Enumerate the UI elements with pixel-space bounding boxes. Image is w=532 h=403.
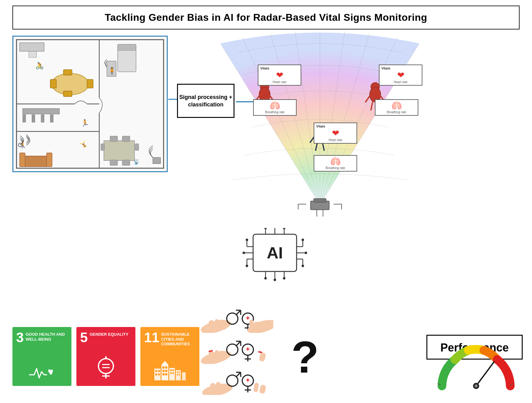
lung-icon-tr: 🫁 — [377, 101, 416, 110]
svg-rect-124 — [162, 373, 165, 375]
svg-point-82 — [243, 252, 245, 254]
svg-text:🏃: 🏃 — [81, 119, 89, 127]
svg-rect-184 — [253, 383, 259, 392]
svg-text:🧍: 🧍 — [108, 67, 116, 75]
gender-hands-3 — [199, 368, 273, 395]
sdg-3-header: 3 GOOD HEALTH AND WELL-BEING — [16, 331, 68, 344]
svg-point-187 — [475, 384, 478, 387]
svg-line-185 — [476, 362, 494, 386]
heart-icon-tl: ❤ — [260, 71, 299, 80]
vitals-label-tl: Vitals — [260, 66, 299, 70]
svg-point-88 — [302, 239, 304, 241]
sdg-3-number: 3 — [16, 331, 24, 344]
sdg-3-icon — [28, 364, 56, 381]
svg-rect-33 — [101, 144, 105, 150]
svg-point-104 — [283, 228, 285, 229]
breath-rate-label-tl: Breathing rate — [256, 110, 294, 114]
svg-rect-12 — [63, 70, 72, 75]
heart-icon-tr: ❤ — [381, 71, 420, 80]
svg-rect-32 — [122, 160, 130, 166]
svg-rect-116 — [158, 370, 160, 372]
svg-rect-29 — [110, 136, 118, 142]
heart-rate-label-tr: Heart rate — [381, 80, 420, 84]
svg-point-90 — [305, 252, 307, 254]
vitals-label-tr: Vitals — [381, 66, 420, 70]
svg-rect-127 — [169, 368, 175, 380]
svg-rect-115 — [155, 370, 157, 372]
svg-point-80 — [246, 239, 248, 241]
svg-rect-130 — [170, 372, 172, 374]
heart-rate-label-mid: Heart rate — [316, 138, 355, 142]
svg-rect-24 — [23, 115, 26, 123]
svg-rect-117 — [155, 374, 157, 375]
lung-icon-tl: 🫁 — [256, 101, 294, 110]
vitals-card-tr-heart: Vitals ❤ Heart rate — [379, 65, 422, 86]
svg-rect-135 — [177, 374, 178, 375]
svg-rect-123 — [165, 370, 167, 372]
gauge-area — [433, 343, 520, 392]
svg-rect-11 — [87, 79, 93, 88]
gender-hands-1 — [199, 306, 273, 333]
svg-rect-137 — [182, 372, 186, 380]
sdg-5-header: 5 GENDER EQUALITY — [80, 331, 132, 344]
svg-point-93 — [302, 265, 304, 267]
svg-point-95 — [264, 277, 267, 280]
svg-text:🤸: 🤸 — [79, 140, 88, 149]
svg-rect-23 — [23, 109, 59, 114]
heart-icon-mid: ❤ — [316, 129, 355, 138]
vitals-card-mid-breath: 🫁 Breathing rate — [314, 155, 357, 172]
vitals-label-mid: Vitals — [316, 124, 355, 128]
vitals-card-mid-heart: Vitals ❤ Heart rate — [314, 123, 357, 144]
svg-rect-30 — [122, 136, 130, 142]
svg-text:🚴: 🚴 — [35, 61, 44, 70]
svg-line-161 — [236, 341, 241, 346]
sdg-11-header: 11 SUSTAINABLE CITIES AND COMMUNITIES — [144, 331, 196, 347]
sdg-11-number: 11 — [144, 331, 159, 344]
svg-rect-131 — [172, 372, 174, 374]
sdg-5-number: 5 — [80, 331, 88, 344]
vitals-card-tl-heart: Vitals ❤ Heart rate — [258, 65, 301, 86]
svg-point-107 — [98, 359, 113, 374]
gender-area — [193, 304, 280, 397]
svg-rect-15 — [29, 51, 37, 57]
title-box: Tackling Gender Bias in AI for Radar-Bas… — [12, 6, 520, 29]
sdg-area: 3 GOOD HEALTH AND WELL-BEING 5 GENDER EQ… — [12, 327, 199, 386]
svg-point-99 — [283, 277, 285, 280]
page-title: Tackling Gender Bias in AI for Radar-Bas… — [19, 12, 513, 23]
svg-rect-10 — [50, 79, 57, 88]
svg-rect-132 — [176, 370, 181, 380]
svg-rect-26 — [41, 115, 44, 123]
floorplan-area: 🚶 🏃 🧍 📡 — [12, 36, 168, 172]
svg-rect-53 — [314, 199, 326, 202]
gender-row-2 — [199, 337, 273, 364]
svg-rect-133 — [177, 372, 178, 373]
svg-point-101 — [264, 228, 267, 229]
svg-rect-129 — [172, 369, 174, 371]
svg-rect-121 — [165, 366, 167, 369]
svg-rect-14 — [20, 43, 44, 51]
sdg-11-tile: 11 SUSTAINABLE CITIES AND COMMUNITIES — [140, 327, 199, 386]
svg-rect-28 — [104, 141, 134, 160]
svg-rect-27 — [50, 115, 53, 123]
gender-hands-2 — [199, 337, 273, 364]
svg-rect-125 — [165, 373, 167, 375]
svg-text:AI: AI — [267, 244, 283, 262]
svg-rect-22 — [47, 153, 52, 167]
sdg-5-tile: 5 GENDER EQUALITY — [76, 327, 135, 386]
ai-circuit-decoration: AI — [241, 228, 309, 284]
lung-icon-mid: 🫁 — [316, 157, 355, 166]
sdg-11-title: SUSTAINABLE CITIES AND COMMUNITIES — [161, 332, 196, 347]
svg-marker-126 — [161, 361, 168, 365]
vitals-card-tr-breath: 🫁 Breathing rate — [375, 99, 418, 116]
svg-line-175 — [236, 372, 241, 377]
svg-rect-34 — [135, 144, 139, 150]
svg-rect-170 — [259, 352, 266, 362]
svg-point-85 — [246, 265, 248, 267]
vitals-card-tl-breath: 🫁 Breathing rate — [253, 99, 297, 116]
svg-rect-122 — [162, 370, 165, 372]
sdg-5-icon — [93, 356, 118, 381]
svg-rect-128 — [170, 369, 172, 371]
svg-rect-13 — [63, 91, 72, 97]
sdg-5-title: GENDER EQUALITY — [89, 332, 128, 337]
svg-line-144 — [236, 310, 241, 315]
